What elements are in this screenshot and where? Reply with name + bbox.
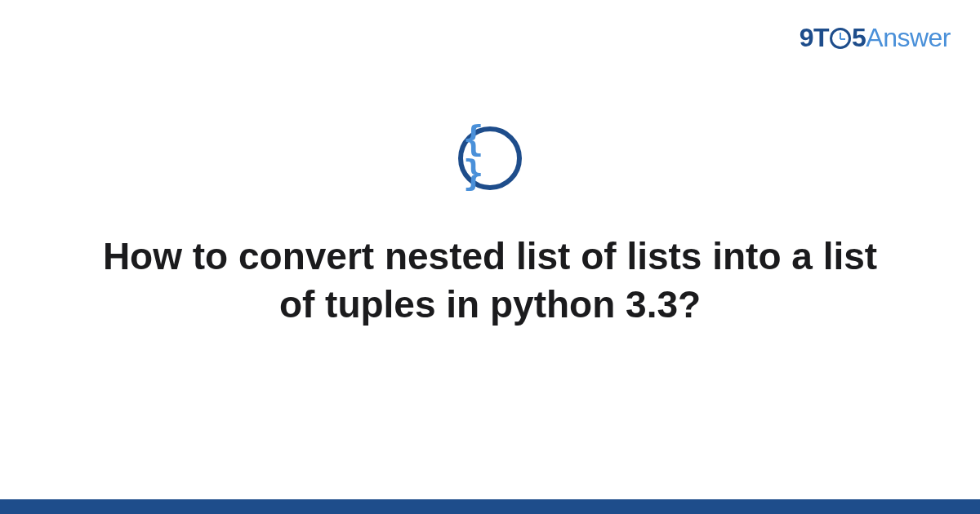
braces-glyph: { } bbox=[463, 122, 517, 191]
logo-text-9t: 9T bbox=[800, 23, 829, 52]
footer-bar bbox=[0, 499, 980, 514]
clock-icon bbox=[830, 28, 851, 49]
logo-text-answer: Answer bbox=[866, 23, 951, 52]
code-braces-icon: { } bbox=[458, 126, 522, 190]
logo-text-5: 5 bbox=[852, 23, 866, 52]
site-logo: 9T5Answer bbox=[800, 23, 951, 53]
question-title: How to convert nested list of lists into… bbox=[49, 233, 931, 329]
main-content: { } How to convert nested list of lists … bbox=[0, 126, 980, 329]
